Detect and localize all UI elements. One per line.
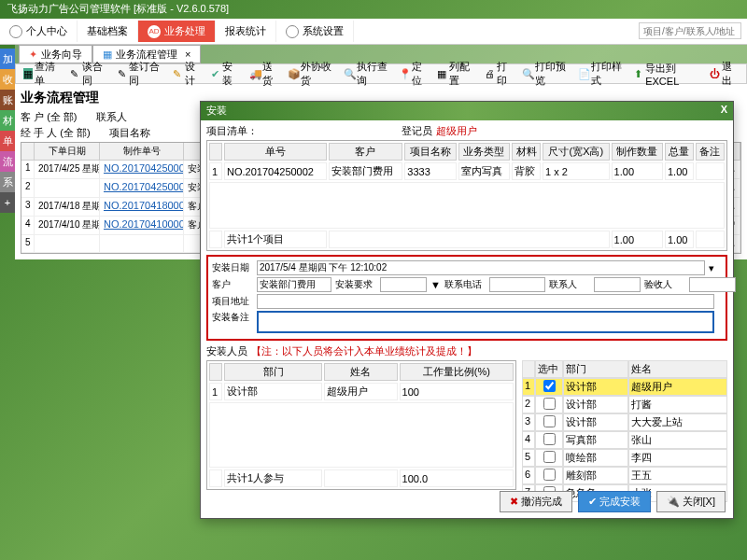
install-form: 安装日期 ▾ 客户 安装要求 ▼ 联系电话 联系人 验收人 项目地址	[206, 255, 727, 341]
tb-delivery[interactable]: 🚚送货	[246, 59, 282, 89]
side-tab-4[interactable]: 材	[0, 110, 15, 131]
select-checkbox[interactable]	[543, 451, 556, 463]
select-checkbox[interactable]	[543, 469, 556, 481]
install-date-input[interactable]	[257, 260, 705, 275]
select-checkbox[interactable]	[543, 433, 556, 445]
nav-business[interactable]: AD业务处理	[138, 21, 216, 42]
tb-locate[interactable]: 📍定位	[395, 59, 431, 89]
side-tab-5[interactable]: 单	[0, 131, 15, 151]
customer-input[interactable]	[257, 277, 331, 292]
tb-query[interactable]: 🔍执行查询	[340, 59, 394, 89]
req-dropdown-icon[interactable]: ▼	[430, 279, 441, 290]
side-tab-3[interactable]: 账	[0, 90, 15, 110]
list-item[interactable]: 4写真部张山	[522, 431, 727, 449]
tb-exit[interactable]: ⏻退出	[706, 59, 742, 89]
close-button[interactable]: 🔌关闭[X]	[656, 491, 726, 512]
tb-print[interactable]: 🖨打印	[481, 59, 517, 89]
tb-outsource[interactable]: 📦外协收货	[284, 59, 338, 89]
tb-sign[interactable]: ✎签订合同	[114, 59, 168, 89]
select-checkbox[interactable]	[543, 380, 556, 392]
nav-report[interactable]: 报表统计	[216, 21, 276, 42]
req-input[interactable]	[380, 277, 427, 292]
project-grid[interactable]: 单号客户 项目名称业务类型 材料尺寸(宽X高) 制作数量总量 备注 1 NO.2…	[206, 140, 727, 251]
select-checkbox[interactable]	[543, 398, 556, 410]
close-icon[interactable]: X	[721, 104, 727, 119]
tb-design[interactable]: ✎设计	[169, 59, 205, 89]
tb-columns[interactable]: ▦列配置	[433, 59, 478, 89]
side-tab-1[interactable]: 加	[0, 49, 15, 69]
phone-input[interactable]	[489, 277, 545, 292]
modal-titlebar: 安装 X	[201, 102, 733, 120]
toolbar: ▦查清单 ✎谈合同 ✎签订合同 ✎设计 ✔安装 🚚送货 📦外协收货 🔍执行查询 …	[15, 63, 747, 84]
tb-export[interactable]: ⬆导出到EXCEL	[630, 61, 704, 88]
side-tab-7[interactable]: 系	[0, 172, 15, 192]
tb-talk[interactable]: ✎谈合同	[66, 59, 111, 89]
remark-input[interactable]	[257, 311, 714, 333]
install-modal: 安装 X 项目清单： 登记员 超级用户 单号客户 项目名称业务类型 材料尺寸(宽…	[200, 101, 734, 519]
contact-input[interactable]	[594, 277, 641, 292]
side-tabs: 加 收 账 材 单 流 系 +	[0, 49, 15, 213]
list-item[interactable]: 3设计部大大爱上站	[522, 413, 727, 431]
list-item[interactable]: 1设计部超级用户	[522, 378, 727, 396]
search-input[interactable]	[639, 22, 741, 39]
select-checkbox[interactable]	[543, 415, 556, 427]
acceptor-input[interactable]	[689, 277, 736, 292]
nav-personal[interactable]: 个人中心	[0, 21, 78, 42]
personnel-select-grid[interactable]: 选中部门姓名 1设计部超级用户2设计部打酱3设计部大大爱上站4写真部张山5喷绘部…	[522, 360, 727, 502]
date-dropdown-icon[interactable]: ▾	[709, 262, 714, 274]
cancel-done-button[interactable]: ✖撤消完成	[500, 491, 572, 512]
list-item[interactable]: 2设计部打酱	[522, 396, 727, 413]
tb-view-list[interactable]: ▦查清单	[20, 59, 64, 89]
tb-preview[interactable]: 🔍打印预览	[518, 59, 572, 89]
tb-install[interactable]: ✔安装	[207, 59, 244, 89]
app-titlebar: 飞扬动力广告公司管理软件 [标准版 - V2.6.0.578]	[0, 0, 747, 19]
side-tab-2[interactable]: 收	[0, 69, 15, 90]
tb-style[interactable]: 📄打印样式	[574, 59, 628, 89]
complete-install-button[interactable]: ✔完成安装	[578, 491, 651, 512]
nav-system[interactable]: 系统设置	[276, 21, 354, 42]
side-tab-6[interactable]: 流	[0, 151, 15, 172]
list-item[interactable]: 6雕刻部王五	[522, 467, 727, 484]
address-input[interactable]	[257, 294, 714, 309]
top-nav: 个人中心 基础档案 AD业务处理 报表统计 系统设置	[0, 19, 747, 45]
nav-base[interactable]: 基础档案	[78, 21, 138, 42]
assigned-grid[interactable]: 部门姓名工作量比例(%) 1设计部超级用户100 共计1人参与100.0	[206, 360, 516, 490]
side-tab-8[interactable]: +	[0, 192, 15, 213]
list-item[interactable]: 5喷绘部李四	[522, 449, 727, 467]
